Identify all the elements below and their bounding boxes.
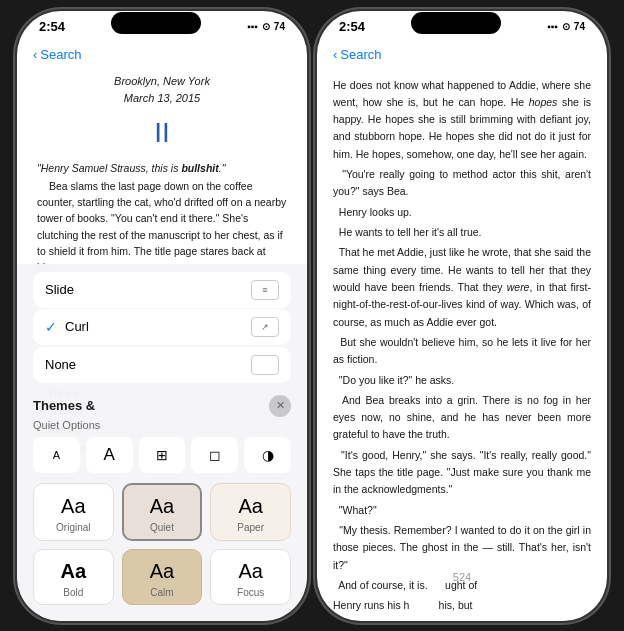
theme-paper-aa: Aa bbox=[238, 495, 262, 518]
curl-label: Curl bbox=[65, 319, 251, 334]
right-status-bar: 2:54 ▪▪▪ ⊙ 74 bbox=[317, 11, 607, 37]
theme-focus-aa: Aa bbox=[238, 560, 262, 583]
quiet-options-label: Quiet Options bbox=[17, 419, 307, 433]
theme-quiet-aa: Aa bbox=[150, 495, 174, 518]
slide-option-curl[interactable]: ✓ Curl ↗ bbox=[33, 309, 291, 345]
bottom-panel: Slide ≡ ✓ Curl ↗ None Themes & ✕ Quiet O… bbox=[17, 264, 307, 621]
theme-quiet-name: Quiet bbox=[150, 522, 174, 533]
wifi-icon: ⊙ bbox=[262, 21, 270, 32]
theme-paper[interactable]: Aa Paper bbox=[210, 483, 291, 541]
book-title: Brooklyn, New YorkMarch 13, 2015 bbox=[37, 73, 287, 108]
chapter-number: II bbox=[37, 112, 287, 154]
battery-icon: 74 bbox=[274, 21, 285, 32]
check-icon: ✓ bbox=[45, 319, 57, 335]
theme-original[interactable]: Aa Original bbox=[33, 483, 114, 541]
theme-bold[interactable]: Aa Bold bbox=[33, 549, 114, 605]
slide-options: Slide ≡ ✓ Curl ↗ None bbox=[17, 264, 307, 389]
theme-calm-aa: Aa bbox=[150, 560, 174, 583]
left-phone: 2:54 ▪▪▪ ⊙ 74 ‹ Search Brooklyn, New Yor… bbox=[17, 11, 307, 621]
right-back-button[interactable]: ‹ Search bbox=[333, 47, 382, 62]
slide-label: Slide bbox=[45, 282, 251, 297]
theme-bold-aa: Aa bbox=[61, 560, 87, 583]
decrease-font-button[interactable]: A bbox=[33, 437, 80, 473]
left-status-bar: 2:54 ▪▪▪ ⊙ 74 bbox=[17, 11, 307, 37]
layout-button[interactable]: ⊞ bbox=[139, 437, 186, 473]
right-battery-icon: 74 bbox=[574, 21, 585, 32]
left-back-button[interactable]: ‹ Search bbox=[33, 47, 82, 62]
increase-font-button[interactable]: A bbox=[86, 437, 133, 473]
right-chevron-left-icon: ‹ bbox=[333, 47, 337, 62]
theme-quiet[interactable]: Aa Quiet bbox=[122, 483, 203, 541]
chevron-left-icon: ‹ bbox=[33, 47, 37, 62]
font-controls: A A ⊞ ◻ ◑ bbox=[17, 433, 307, 479]
left-nav-bar: ‹ Search bbox=[17, 37, 307, 73]
themes-header: Themes & ✕ bbox=[17, 389, 307, 419]
none-label: None bbox=[45, 357, 251, 372]
curl-icon: ↗ bbox=[251, 317, 279, 337]
right-signal-icon: ▪▪▪ bbox=[547, 21, 558, 32]
close-button[interactable]: ✕ bbox=[269, 395, 291, 417]
left-dynamic-island bbox=[111, 12, 201, 34]
right-phone: 2:54 ▪▪▪ ⊙ 74 ‹ Search He does not know … bbox=[317, 11, 607, 621]
none-icon bbox=[251, 355, 279, 375]
theme-original-aa: Aa bbox=[61, 495, 85, 518]
theme-focus[interactable]: Aa Focus bbox=[210, 549, 291, 605]
left-status-icons: ▪▪▪ ⊙ 74 bbox=[247, 21, 285, 32]
slide-option-none[interactable]: None bbox=[33, 347, 291, 383]
right-dynamic-island bbox=[411, 12, 501, 34]
brightness-button[interactable]: ◑ bbox=[244, 437, 291, 473]
right-book-content: He does not know what happened to Addie,… bbox=[317, 73, 607, 621]
right-nav-bar: ‹ Search bbox=[317, 37, 607, 73]
phones-container: 2:54 ▪▪▪ ⊙ 74 ‹ Search Brooklyn, New Yor… bbox=[7, 1, 617, 631]
theme-paper-name: Paper bbox=[237, 522, 264, 533]
themes-label: Themes & bbox=[33, 398, 95, 413]
right-status-icons: ▪▪▪ ⊙ 74 bbox=[547, 21, 585, 32]
left-time: 2:54 bbox=[39, 19, 65, 34]
theme-calm-name: Calm bbox=[150, 587, 173, 598]
page-button[interactable]: ◻ bbox=[191, 437, 238, 473]
page-number: 524 bbox=[317, 571, 607, 591]
right-book-text: He does not know what happened to Addie,… bbox=[333, 77, 591, 621]
theme-original-name: Original bbox=[56, 522, 90, 533]
right-time: 2:54 bbox=[339, 19, 365, 34]
slide-option-slide[interactable]: Slide ≡ bbox=[33, 272, 291, 308]
theme-bold-name: Bold bbox=[63, 587, 83, 598]
themes-grid: Aa Original Aa Quiet Aa Paper Aa Bold Aa bbox=[17, 479, 307, 621]
slide-icon: ≡ bbox=[251, 280, 279, 300]
left-back-label: Search bbox=[40, 47, 81, 62]
signal-icon: ▪▪▪ bbox=[247, 21, 258, 32]
theme-focus-name: Focus bbox=[237, 587, 264, 598]
right-back-label: Search bbox=[340, 47, 381, 62]
right-wifi-icon: ⊙ bbox=[562, 21, 570, 32]
theme-calm[interactable]: Aa Calm bbox=[122, 549, 203, 605]
